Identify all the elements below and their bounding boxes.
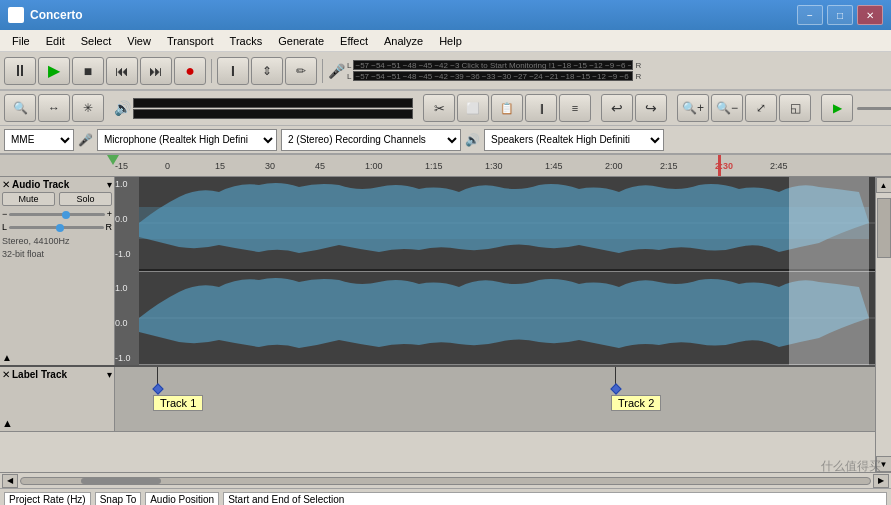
speaker-select[interactable]: Speakers (Realtek High Definiti (484, 129, 664, 151)
ruler-label-115: 1:15 (425, 161, 443, 171)
db-labels: 1.0 0.0 -1.0 1.0 0.0 -1.0 (115, 177, 139, 365)
ruler-label-15: 15 (215, 161, 225, 171)
label-track-dropdown[interactable]: ▾ (107, 369, 112, 380)
solo-button[interactable]: Solo (59, 192, 112, 206)
audio-track-info-stereo: Stereo, 44100Hz (2, 235, 112, 248)
timeshift-tool-button[interactable]: ↔ (38, 94, 70, 122)
stop-button[interactable]: ■ (72, 57, 104, 85)
menu-tracks[interactable]: Tracks (222, 33, 271, 49)
audio-track-waveform: 1.0 0.0 -1.0 1.0 0.0 -1.0 (115, 177, 875, 365)
audio-track: ✕ Audio Track ▾ Mute Solo − + (0, 177, 875, 367)
db-label-bot1: -1.0 (115, 249, 139, 259)
meter-L2-label: L (347, 72, 351, 81)
audio-track-dropdown[interactable]: ▾ (107, 179, 112, 190)
menu-effect[interactable]: Effect (332, 33, 376, 49)
draw-tool-button[interactable]: ✏ (285, 57, 317, 85)
track2-label-box[interactable]: Track 2 (611, 395, 661, 411)
scroll-up-button[interactable]: ▲ (876, 177, 892, 193)
db-label-bot2: -1.0 (115, 353, 139, 363)
toolbars: ⏸ ▶ ■ ⏮ ⏭ ● I ⇕ ✏ 🎤 L −57 −54 −51 −48 −4… (0, 52, 891, 155)
select-tool-button[interactable]: I (217, 57, 249, 85)
minimize-button[interactable]: − (797, 5, 823, 25)
separator-1 (211, 59, 212, 83)
window-controls: − □ ✕ (797, 5, 883, 25)
label-track-expand[interactable]: ▲ (2, 413, 112, 429)
menu-edit[interactable]: Edit (38, 33, 73, 49)
envelope-tool-button[interactable]: ⇕ (251, 57, 283, 85)
record-button[interactable]: ● (174, 57, 206, 85)
scroll-right-button[interactable]: ▶ (873, 474, 889, 488)
silence-button[interactable]: ≡ (559, 94, 591, 122)
snap-to-label: Snap To (95, 492, 142, 506)
menu-file[interactable]: File (4, 33, 38, 49)
title-bar: Concerto − □ ✕ (0, 0, 891, 30)
speaker-device-icon: 🔊 (465, 133, 480, 147)
skip-forward-button[interactable]: ⏭ (140, 57, 172, 85)
pan-slider[interactable] (9, 226, 103, 229)
menu-help[interactable]: Help (431, 33, 470, 49)
trim-button[interactable]: ||| (525, 94, 557, 122)
edit-tools: ✂ ⬜ 📋 ||| ≡ (423, 94, 591, 122)
h-scroll-thumb[interactable] (81, 478, 161, 484)
track2-pin-diamond (610, 383, 621, 394)
label-track-close[interactable]: ✕ (2, 369, 10, 380)
audio-track-name: Audio Track (12, 179, 105, 190)
multi-tool-button[interactable]: ✳ (72, 94, 104, 122)
channels-select[interactable]: 2 (Stereo) Recording Channels (281, 129, 461, 151)
history-tools: ↩ ↪ (601, 94, 667, 122)
audio-track-close[interactable]: ✕ (2, 179, 10, 190)
zoom-selection-button[interactable]: ◱ (779, 94, 811, 122)
waveform-svg (139, 177, 875, 365)
scroll-down-button[interactable]: ▼ (876, 456, 892, 472)
toolbar-row-1: ⏸ ▶ ■ ⏮ ⏭ ● I ⇕ ✏ 🎤 L −57 −54 −51 −48 −4… (0, 52, 891, 90)
device-toolbar: MME 🎤 Microphone (Realtek High Defini 2 … (0, 126, 891, 154)
zoom-out-button[interactable]: 🔍− (711, 94, 743, 122)
close-button[interactable]: ✕ (857, 5, 883, 25)
menu-generate[interactable]: Generate (270, 33, 332, 49)
ruler-label-30: 30 (265, 161, 275, 171)
audio-track-info-bits: 32-bit float (2, 248, 112, 261)
maximize-button[interactable]: □ (827, 5, 853, 25)
play-button[interactable]: ▶ (38, 57, 70, 85)
meter-R-label-top: R (635, 61, 641, 70)
playback-play-button[interactable]: ▶ (821, 94, 853, 122)
fit-project-button[interactable]: ⤢ (745, 94, 777, 122)
ruler-label-0: 0 (165, 161, 170, 171)
selection-label: Start and End of Selection (223, 492, 887, 506)
h-scroll-track[interactable] (20, 477, 871, 485)
mic-select[interactable]: Microphone (Realtek High Defini (97, 129, 277, 151)
label-track-content: Track 1 Track 2 (115, 367, 875, 431)
label-track-header: ✕ Label Track ▾ ▲ (0, 367, 115, 431)
db-label-mid2: 0.0 (115, 318, 139, 328)
zoom-in-button[interactable]: 🔍+ (677, 94, 709, 122)
audio-track-expand[interactable]: ▲ (2, 348, 112, 363)
playhead-marker (107, 155, 119, 165)
menu-view[interactable]: View (119, 33, 159, 49)
cut-button[interactable]: ✂ (423, 94, 455, 122)
speed-slider[interactable] (857, 107, 891, 110)
track1-label-box[interactable]: Track 1 (153, 395, 203, 411)
pan-control: L R (2, 222, 112, 232)
status-bar: Project Rate (Hz) Snap To Audio Position… (0, 488, 891, 505)
api-select[interactable]: MME (4, 129, 74, 151)
meter-R-label-bottom: R (635, 72, 641, 81)
pause-button[interactable]: ⏸ (4, 57, 36, 85)
menu-transport[interactable]: Transport (159, 33, 222, 49)
redo-button[interactable]: ↪ (635, 94, 667, 122)
gain-control: − + (2, 209, 112, 219)
speaker-icon: 🔊 (114, 100, 131, 116)
gain-slider[interactable] (9, 213, 104, 216)
project-rate-label: Project Rate (Hz) (4, 492, 91, 506)
undo-button[interactable]: ↩ (601, 94, 633, 122)
copy-button[interactable]: ⬜ (457, 94, 489, 122)
skip-back-button[interactable]: ⏮ (106, 57, 138, 85)
zoom-tool-button[interactable]: 🔍 (4, 94, 36, 122)
scroll-thumb[interactable] (877, 198, 891, 258)
paste-button[interactable]: 📋 (491, 94, 523, 122)
mute-button[interactable]: Mute (2, 192, 55, 206)
scroll-track[interactable] (876, 193, 891, 456)
scroll-left-button[interactable]: ◀ (2, 474, 18, 488)
menu-analyze[interactable]: Analyze (376, 33, 431, 49)
menu-select[interactable]: Select (73, 33, 120, 49)
vertical-scrollbar: ▲ ▼ (875, 177, 891, 472)
